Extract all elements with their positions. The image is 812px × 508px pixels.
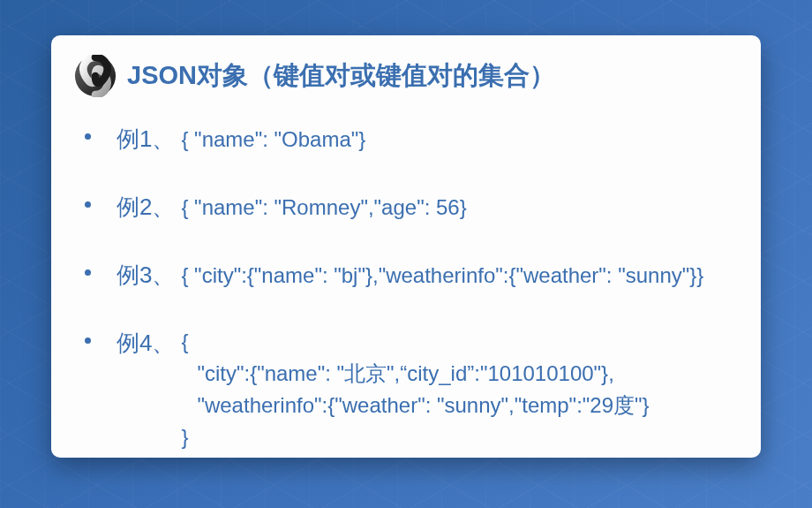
slide-title: JSON对象（键值对或键值对的集合） xyxy=(127,58,555,94)
example-label: 例1、 xyxy=(117,125,175,152)
bullet-icon xyxy=(85,337,91,344)
code-line: "city":{"name": "北京",“city_id”:"10101010… xyxy=(181,358,649,390)
list-item: 例3、 { "city":{"name": "bj"},"weatherinfo… xyxy=(81,258,734,292)
example-label: 例3、 xyxy=(117,262,175,288)
content-card: JSON对象（键值对或键值对的集合） 例1、 { "name": "Obama"… xyxy=(51,35,761,458)
bullet-icon xyxy=(85,269,91,276)
list-item: 例2、 { "name": "Romney","age": 56} xyxy=(81,190,734,224)
code-line: "weatherinfo":{"weather": "sunny","temp"… xyxy=(181,390,649,421)
list-item: 例1、 { "name": "Obama"} xyxy=(81,122,734,156)
example-label: 例2、 xyxy=(117,193,175,220)
title-row: JSON对象（键值对或键值对的集合） xyxy=(74,55,734,97)
open-brace: { xyxy=(181,326,649,358)
example-label: 例4、 xyxy=(117,330,175,356)
close-brace: } xyxy=(181,421,649,453)
examples-list: 例1、 { "name": "Obama"} 例2、 { "name": "Ro… xyxy=(74,122,734,453)
list-item: 例4、 { "city":{"name": "北京",“city_id”:"10… xyxy=(81,326,734,453)
example-code-block: { "city":{"name": "北京",“city_id”:"101010… xyxy=(181,326,649,453)
example-code: { "name": "Romney","age": 56} xyxy=(181,195,466,219)
bullet-icon xyxy=(85,201,91,208)
example-code: { "city":{"name": "bj"},"weatherinfo":{"… xyxy=(181,263,703,287)
example-code: { "name": "Obama"} xyxy=(181,127,365,151)
json-logo-icon xyxy=(74,55,117,97)
bullet-icon xyxy=(85,133,91,140)
